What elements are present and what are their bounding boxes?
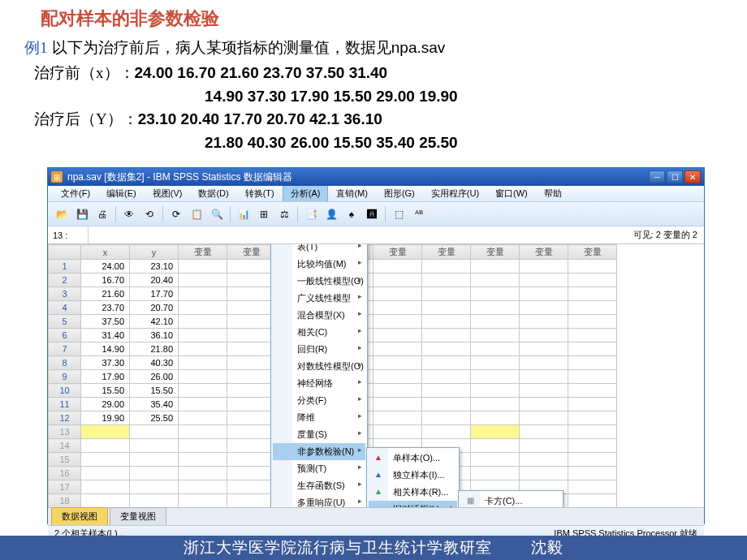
toolbar-button-7[interactable]: 🔍 [208, 205, 226, 223]
analyze-item-3[interactable]: 比较均值(M) [273, 256, 365, 273]
empty-cell[interactable] [130, 494, 179, 508]
row-number[interactable]: 10 [49, 384, 81, 398]
cell[interactable]: 21.60 [81, 287, 130, 301]
toolbar-button-11[interactable]: 📑 [302, 205, 320, 223]
column-header[interactable]: 变量 [520, 245, 568, 260]
empty-cell[interactable] [520, 329, 568, 342]
toolbar-button-16[interactable]: ᴬᴮ [410, 205, 428, 223]
empty-cell[interactable] [471, 453, 520, 467]
empty-cell[interactable] [374, 411, 422, 425]
analyze-item-12[interactable]: 降维 [273, 409, 365, 426]
cell[interactable]: 26.00 [130, 370, 179, 384]
empty-cell[interactable] [422, 287, 471, 301]
cell[interactable]: 20.40 [130, 274, 179, 287]
menu-6[interactable]: 直销(M) [328, 186, 376, 201]
empty-cell[interactable] [374, 329, 422, 342]
row-number[interactable]: 3 [49, 287, 81, 301]
toolbar-button-3[interactable]: 👁 [120, 205, 138, 223]
nonparam-item-1[interactable]: ▲独立样本(I)... [369, 467, 457, 484]
analyze-item-2[interactable]: 表(T) [273, 244, 365, 256]
window-titlebar[interactable]: ⊞ npa.sav [数据集2] - IBM SPSS Statistics 数… [48, 168, 704, 186]
cell[interactable]: 19.90 [81, 411, 130, 425]
empty-cell[interactable] [568, 274, 617, 287]
toolbar-button-9[interactable]: ⊞ [255, 205, 273, 223]
empty-cell[interactable] [520, 453, 568, 467]
row-number[interactable]: 12 [49, 411, 81, 425]
cell[interactable]: 37.30 [81, 356, 130, 370]
row-number[interactable]: 11 [49, 398, 81, 411]
empty-cell[interactable] [227, 384, 276, 398]
empty-cell[interactable] [520, 425, 568, 439]
toolbar-button-2[interactable]: 🖨 [93, 205, 111, 223]
menu-1[interactable]: 编辑(E) [98, 186, 145, 201]
column-header[interactable]: 变量 [422, 245, 471, 260]
empty-cell[interactable] [471, 439, 520, 453]
row-number[interactable]: 8 [49, 356, 81, 370]
empty-cell[interactable] [471, 370, 520, 384]
empty-cell[interactable] [568, 480, 617, 494]
maximize-button[interactable]: ☐ [667, 170, 683, 183]
toolbar-button-8[interactable]: 📊 [235, 205, 253, 223]
analyze-item-11[interactable]: 分类(F) [273, 392, 365, 409]
empty-cell[interactable] [179, 453, 227, 467]
empty-cell[interactable] [227, 467, 276, 480]
menu-5[interactable]: 分析(A) [283, 186, 329, 201]
empty-cell[interactable] [179, 439, 227, 453]
cell[interactable]: 42.10 [130, 315, 179, 329]
empty-cell[interactable] [568, 453, 617, 467]
empty-cell[interactable] [422, 356, 471, 370]
empty-cell[interactable] [374, 425, 422, 439]
empty-cell[interactable] [81, 453, 130, 467]
analyze-item-7[interactable]: 相关(C) [273, 324, 365, 341]
empty-cell[interactable] [520, 370, 568, 384]
column-header[interactable]: 变量 [227, 245, 276, 260]
cell[interactable]: 21.80 [130, 342, 179, 356]
toolbar-button-4[interactable]: ⟲ [140, 205, 158, 223]
empty-cell[interactable] [422, 384, 471, 398]
empty-cell[interactable] [471, 384, 520, 398]
row-number[interactable]: 6 [49, 329, 81, 342]
empty-cell[interactable] [227, 370, 276, 384]
empty-cell[interactable] [179, 260, 227, 274]
row-number[interactable]: 5 [49, 315, 81, 329]
empty-cell[interactable] [179, 356, 227, 370]
empty-cell[interactable] [520, 398, 568, 411]
empty-cell[interactable] [471, 398, 520, 411]
empty-cell[interactable] [227, 480, 276, 494]
menu-10[interactable]: 帮助 [536, 186, 570, 201]
menu-0[interactable]: 文件(F) [53, 186, 98, 201]
empty-cell[interactable] [179, 287, 227, 301]
empty-cell[interactable] [374, 274, 422, 287]
empty-cell[interactable] [179, 329, 227, 342]
empty-cell[interactable] [422, 315, 471, 329]
toolbar-button-6[interactable]: 📋 [188, 205, 205, 223]
empty-cell[interactable] [471, 274, 520, 287]
toolbar-button-12[interactable]: 👤 [322, 205, 340, 223]
analyze-item-6[interactable]: 混合模型(X) [273, 307, 365, 324]
empty-cell[interactable] [568, 329, 617, 342]
row-number[interactable]: 15 [49, 453, 81, 467]
empty-cell[interactable] [520, 342, 568, 356]
menu-9[interactable]: 窗口(W) [487, 186, 536, 201]
empty-cell[interactable] [227, 425, 276, 439]
cell[interactable]: 17.70 [130, 287, 179, 301]
analyze-item-14[interactable]: 非参数检验(N) [273, 443, 365, 460]
menu-3[interactable]: 数据(D) [190, 186, 236, 201]
column-header[interactable]: 变量 [374, 245, 422, 260]
empty-cell[interactable] [227, 301, 276, 315]
cell[interactable]: 15.50 [81, 384, 130, 398]
nonparam-item-0[interactable]: ▲单样本(O)... [369, 450, 457, 467]
empty-cell[interactable] [374, 315, 422, 329]
empty-cell[interactable] [471, 287, 520, 301]
cell[interactable]: 37.50 [81, 315, 130, 329]
cell[interactable]: 40.30 [130, 356, 179, 370]
legacy-item-0[interactable]: ▦卡方(C)... [460, 493, 561, 507]
empty-cell[interactable] [568, 260, 617, 274]
empty-cell[interactable] [81, 494, 130, 508]
empty-cell[interactable] [374, 398, 422, 411]
empty-cell[interactable] [130, 453, 179, 467]
menu-2[interactable]: 视图(V) [145, 186, 191, 201]
cell[interactable]: 25.50 [130, 411, 179, 425]
toolbar-button-1[interactable]: 💾 [73, 205, 91, 223]
empty-cell[interactable] [179, 425, 227, 439]
